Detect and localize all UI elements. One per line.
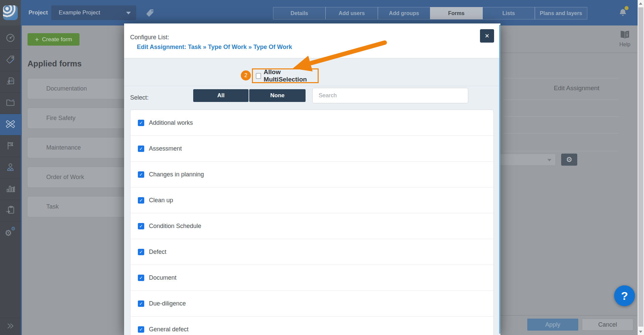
help-label: Help bbox=[614, 42, 635, 48]
divider bbox=[503, 133, 619, 133]
sidebar-logo-area bbox=[0, 0, 21, 25]
sidebar-item-transfers[interactable] bbox=[0, 200, 21, 221]
list-item-label: Changes in planning bbox=[149, 171, 204, 178]
applied-forms-heading: Applied forms bbox=[28, 59, 82, 68]
form-card-label: Documentation bbox=[46, 85, 87, 92]
sidebar-item-flags[interactable] bbox=[0, 135, 21, 157]
tab-details[interactable]: Details bbox=[273, 7, 326, 19]
modal-scrollbar[interactable] bbox=[499, 25, 500, 334]
dashboard-icon bbox=[5, 33, 15, 44]
list-item-due-diligence: ✓Due-diligence bbox=[130, 291, 493, 317]
stamp-icon bbox=[5, 76, 15, 88]
configure-list-gear-button[interactable]: ⚙ bbox=[561, 154, 577, 166]
sidebar-item-contacts[interactable] bbox=[0, 157, 21, 178]
flag-icon bbox=[5, 141, 15, 152]
cancel-button[interactable]: Cancel bbox=[582, 319, 633, 331]
chevron-down-icon bbox=[547, 159, 551, 161]
list-item-label: Clean up bbox=[149, 197, 173, 204]
divider bbox=[500, 315, 638, 316]
allow-multiselection-checkbox[interactable] bbox=[256, 73, 261, 79]
list-item-label: General defect bbox=[149, 326, 189, 333]
list-item-label: Document bbox=[149, 274, 176, 281]
checkbox-icon[interactable]: ✓ bbox=[138, 120, 144, 126]
form-card-fire-safety[interactable]: Fire Safety bbox=[27, 108, 128, 129]
sidebar-item-approvals[interactable] bbox=[0, 71, 21, 93]
list-item-label: Additional works bbox=[149, 119, 193, 126]
list-item-document: ✓Document bbox=[130, 265, 493, 291]
edit-assignment-title: Edit Assignment bbox=[500, 85, 638, 92]
list-item-label: Condition Schedule bbox=[149, 223, 201, 230]
bar-chart-icon bbox=[5, 183, 15, 195]
list-item-condition-schedule: ✓Condition Schedule bbox=[130, 213, 493, 239]
tab-plans-and-layers[interactable]: Plans and layers bbox=[535, 7, 587, 19]
tab-add-groups[interactable]: Add groups bbox=[378, 7, 430, 19]
checkbox-icon[interactable]: ✓ bbox=[138, 197, 144, 204]
checkbox-icon[interactable]: ✓ bbox=[138, 326, 144, 333]
list-options-container: ✓Additional works✓Assessment✓Changes in … bbox=[130, 110, 494, 335]
ruler-pencil-icon bbox=[5, 119, 16, 131]
select-none-button[interactable]: None bbox=[249, 89, 306, 102]
double-chevron-right-icon bbox=[5, 321, 16, 332]
checkbox-icon[interactable]: ✓ bbox=[138, 223, 144, 229]
apply-button[interactable]: Apply bbox=[527, 319, 578, 331]
sidebar-item-settings[interactable]: ⚙⚙ bbox=[0, 221, 21, 243]
project-select-dropdown[interactable]: Example Project bbox=[51, 5, 136, 20]
scrollbar-thumb[interactable] bbox=[638, 7, 643, 327]
form-card-label: Maintenance bbox=[46, 144, 81, 151]
plus-icon: + bbox=[35, 36, 39, 43]
applied-forms-list: DocumentationFire SafetyMaintenanceOrder… bbox=[27, 78, 128, 217]
close-icon[interactable]: ✕ bbox=[480, 29, 494, 43]
scroll-up-icon[interactable] bbox=[639, 2, 642, 5]
form-card-task[interactable]: Task bbox=[27, 196, 128, 217]
help-book-icon bbox=[618, 35, 632, 41]
checkbox-icon[interactable]: ✓ bbox=[138, 300, 144, 307]
sidebar-item-tags[interactable] bbox=[0, 49, 21, 71]
app-screen: Project Example Project DetailsAdd users… bbox=[0, 0, 644, 335]
forms-panel: + Create form Applied forms Documentatio… bbox=[22, 25, 124, 335]
tags-icon[interactable] bbox=[145, 8, 155, 18]
form-card-label: Task bbox=[46, 203, 59, 210]
checkbox-icon[interactable]: ✓ bbox=[138, 275, 144, 281]
page-scrollbar[interactable] bbox=[638, 0, 644, 335]
create-form-label: Create form bbox=[42, 36, 72, 43]
help-button[interactable]: Help bbox=[614, 30, 635, 48]
checkbox-icon[interactable]: ✓ bbox=[138, 171, 144, 178]
search-input[interactable] bbox=[312, 88, 468, 103]
select-all-button[interactable]: All bbox=[193, 89, 249, 102]
form-card-documentation[interactable]: Documentation bbox=[27, 78, 128, 99]
form-card-label: Fire Safety bbox=[46, 115, 75, 122]
list-item-assessment: ✓Assessment bbox=[130, 136, 493, 162]
sidebar-item-forms[interactable] bbox=[0, 114, 21, 135]
sidebar-item-reports[interactable] bbox=[0, 178, 21, 200]
checkbox-icon[interactable]: ✓ bbox=[138, 249, 144, 255]
configure-list-label: Configure List: bbox=[130, 23, 169, 51]
sidebar-item-dashboard[interactable] bbox=[0, 28, 21, 49]
form-card-order-of-work[interactable]: Order of Work bbox=[27, 167, 128, 188]
sidebar-item-documents[interactable] bbox=[0, 92, 21, 114]
checkbox-icon[interactable]: ✓ bbox=[138, 146, 144, 152]
project-tabs: DetailsAdd usersAdd groupsFormsListsPlan… bbox=[273, 7, 587, 19]
person-icon bbox=[5, 162, 15, 173]
gears-icon: ⚙⚙ bbox=[5, 226, 16, 238]
folder-icon bbox=[5, 98, 15, 109]
create-form-button[interactable]: + Create form bbox=[28, 33, 79, 46]
form-card-label: Order of Work bbox=[46, 174, 84, 181]
list-item-label: Due-diligence bbox=[149, 300, 186, 307]
project-select-value: Example Project bbox=[59, 9, 100, 16]
list-item-clean-up: ✓Clean up bbox=[130, 187, 493, 213]
tab-lists[interactable]: Lists bbox=[482, 7, 535, 19]
expand-sidebar-button[interactable] bbox=[0, 318, 21, 335]
form-card-maintenance[interactable]: Maintenance bbox=[27, 137, 128, 158]
tab-forms[interactable]: Forms bbox=[430, 7, 483, 19]
list-source-dropdown[interactable] bbox=[493, 154, 556, 166]
divider bbox=[503, 151, 619, 151]
app-logo[interactable] bbox=[3, 5, 18, 20]
select-label: Select: bbox=[130, 86, 149, 110]
divider bbox=[503, 100, 619, 100]
list-item-additional-works: ✓Additional works bbox=[130, 110, 493, 136]
scroll-down-icon[interactable] bbox=[639, 331, 642, 333]
chevron-down-icon bbox=[126, 12, 131, 14]
help-bubble-button[interactable]: ? bbox=[614, 285, 635, 306]
tab-add-users[interactable]: Add users bbox=[325, 7, 378, 19]
step-badge: 2 bbox=[241, 70, 251, 80]
